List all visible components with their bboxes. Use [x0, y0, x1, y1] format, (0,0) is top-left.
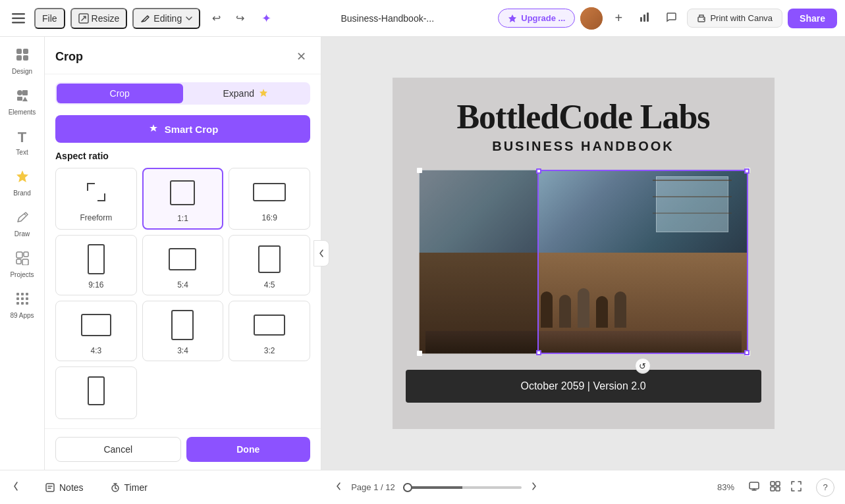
1-1-label: 1:1 [177, 214, 188, 223]
3-4-icon [171, 308, 194, 342]
aspect-1-1[interactable]: 1:1 [142, 168, 224, 230]
image-container[interactable]: ↺ [419, 170, 748, 354]
close-button[interactable]: ✕ [292, 47, 310, 66]
aspect-freeform[interactable]: Freeform [55, 168, 137, 230]
svg-marker-17 [22, 97, 28, 101]
prev-page-button[interactable] [334, 482, 343, 493]
svg-rect-28 [26, 297, 28, 300]
svg-point-9 [703, 18, 705, 20]
svg-rect-27 [21, 297, 24, 300]
notes-label: Notes [59, 482, 84, 493]
svg-marker-18 [16, 170, 28, 182]
done-button[interactable]: Done [186, 437, 311, 462]
upgrade-button[interactable]: Upgrade ... [498, 9, 575, 28]
text-icon: T [18, 129, 26, 146]
desktop-view-button[interactable] [745, 478, 763, 497]
sidebar-item-projects[interactable]: Projects [3, 245, 42, 284]
undo-button[interactable]: ↩ [205, 8, 227, 29]
svg-marker-32 [259, 89, 267, 97]
aspect-ratio-label: Aspect ratio [55, 151, 310, 161]
document-main-title: BottledCode Labs [456, 97, 709, 136]
comments-button[interactable] [661, 8, 682, 29]
timer-button[interactable]: Timer [102, 478, 155, 497]
crop-tab[interactable]: Crop [57, 84, 183, 103]
document-title[interactable]: Business-Handbook-... [333, 9, 442, 28]
editing-button[interactable]: Editing [132, 8, 200, 29]
design-icon [15, 47, 30, 65]
sidebar-item-text[interactable]: T Text [3, 124, 42, 161]
page-slider[interactable] [403, 486, 522, 489]
user-avatar[interactable] [580, 7, 603, 30]
hamburger-button[interactable] [8, 8, 29, 29]
help-button[interactable]: ? [816, 478, 834, 497]
expand-tab[interactable]: Expand [183, 84, 310, 103]
svg-rect-37 [776, 482, 780, 486]
upgrade-label: Upgrade ... [521, 13, 565, 23]
freeform-label: Freeform [80, 213, 112, 222]
page-info: Page 1 / 12 [351, 482, 395, 492]
4-3-icon [81, 308, 111, 342]
editing-label: Editing [153, 13, 182, 24]
crop-selection[interactable] [537, 170, 748, 354]
aspect-ratio-grid: Freeform 1:1 16:9 [55, 168, 310, 419]
crop-mask-left [419, 170, 537, 354]
crop-handle-tl[interactable] [536, 168, 541, 174]
panel-title: Crop [55, 50, 83, 64]
sidebar-item-brand[interactable]: Brand [3, 164, 42, 202]
svg-rect-13 [23, 55, 28, 61]
9-16-label: 9:16 [88, 280, 103, 290]
3-2-label: 3:2 [264, 346, 275, 355]
crop-handle-tr[interactable] [744, 168, 750, 174]
svg-rect-0 [12, 13, 25, 15]
svg-rect-25 [26, 293, 28, 295]
canvas-area[interactable]: BottledCode Labs BUSINESS HANDBOOK [321, 37, 845, 470]
sidebar-item-elements[interactable]: Elements [3, 83, 42, 121]
resize-button[interactable]: Resize [70, 8, 128, 29]
16-9-label: 16:9 [261, 213, 277, 222]
aspect-16-9[interactable]: 16:9 [229, 168, 310, 230]
redo-button[interactable]: ↪ [229, 8, 250, 29]
expand-label: Expand [223, 88, 254, 99]
share-button[interactable]: Share [788, 9, 837, 28]
next-page-button[interactable] [530, 482, 539, 493]
5-4-label: 5:4 [177, 280, 188, 290]
crop-handle-br[interactable] [744, 350, 750, 355]
sidebar-item-design[interactable]: Design [3, 42, 42, 80]
svg-rect-35 [750, 482, 759, 489]
notes-button[interactable]: Notes [37, 478, 92, 497]
panel-actions: Cancel Done [45, 428, 321, 470]
aspect-4-5[interactable]: 4:5 [229, 235, 310, 295]
4-5-icon [258, 242, 281, 276]
smart-crop-button[interactable]: Smart Crop [55, 115, 310, 143]
svg-rect-26 [16, 297, 19, 300]
sidebar-item-apps[interactable]: 89 Apps [3, 286, 42, 324]
crop-handle-bl[interactable] [536, 350, 541, 355]
aspect-5-4[interactable]: 5:4 [142, 235, 224, 295]
hide-panel-toggle[interactable] [313, 240, 329, 266]
magic-button[interactable]: ✦ [256, 8, 277, 29]
panel-header: Crop ✕ [45, 37, 321, 74]
page-navigation: Page 1 / 12 [166, 482, 707, 493]
grid-view-button[interactable] [766, 478, 784, 497]
fullscreen-button[interactable] [787, 478, 805, 497]
aspect-3-2[interactable]: 3:2 [229, 301, 310, 361]
aspect-extra[interactable] [55, 366, 137, 419]
rotate-handle[interactable]: ↺ [635, 358, 651, 374]
sidebar-item-draw[interactable]: Draw [3, 205, 42, 243]
svg-point-14 [17, 90, 22, 95]
analytics-button[interactable] [634, 8, 655, 29]
brand-icon [15, 169, 30, 187]
left-panel-toggle[interactable] [11, 480, 26, 495]
add-button[interactable]: + [608, 8, 629, 29]
svg-rect-6 [643, 14, 645, 22]
cancel-button[interactable]: Cancel [55, 437, 181, 462]
svg-rect-30 [21, 302, 24, 305]
crop-expand-toggle: Crop Expand [55, 82, 310, 105]
aspect-9-16[interactable]: 9:16 [55, 235, 137, 295]
file-menu[interactable]: File [34, 8, 65, 29]
crop-panel: Crop ✕ Crop Expand Smart Crop Aspect rat… [45, 37, 321, 470]
print-button[interactable]: Print with Canva [687, 9, 782, 28]
aspect-4-3[interactable]: 4:3 [55, 301, 137, 361]
svg-rect-33 [46, 484, 54, 491]
aspect-3-4[interactable]: 3:4 [142, 301, 224, 361]
